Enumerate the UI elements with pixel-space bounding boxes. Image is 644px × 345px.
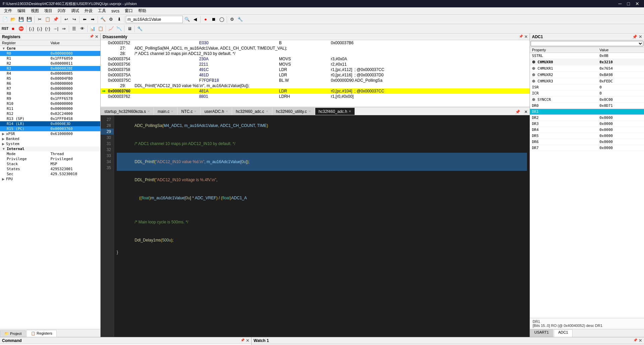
menu-peripherals[interactable]: 外设 <box>82 7 95 14</box>
tab-useradc[interactable]: userADC.h ✕ <box>201 108 232 115</box>
logic-analyze[interactable]: 📉 <box>115 25 123 32</box>
search-input[interactable] <box>127 17 181 22</box>
tab-project[interactable]: 📁 Project <box>0 330 26 337</box>
debug-stop[interactable]: ⛔ <box>17 25 25 32</box>
tab-ntc[interactable]: NTC.c ✕ <box>177 108 200 115</box>
stop-button[interactable]: ⏹ <box>210 16 217 23</box>
menu-tools[interactable]: 工具 <box>95 7 109 14</box>
next-statement[interactable]: ⇒ <box>60 25 67 32</box>
expand-icon[interactable]: ⊕ <box>532 66 535 71</box>
expand-icon[interactable]: ▼ <box>2 147 5 151</box>
redo-button[interactable]: ↪ <box>70 16 78 23</box>
paste-button[interactable]: 📌 <box>52 16 59 23</box>
tab-close-icon[interactable]: ✕ <box>266 110 268 113</box>
mem-view[interactable]: 📊 <box>89 25 96 32</box>
reg-view[interactable]: 📋 <box>97 25 104 32</box>
menu-flash[interactable]: 闪存 <box>55 7 68 14</box>
close-button[interactable]: ✕ <box>633 1 641 6</box>
run-button[interactable]: ● <box>202 16 209 23</box>
adc1-dropdown[interactable] <box>531 41 643 46</box>
new-file-button[interactable]: 📄 <box>1 16 9 23</box>
expand-icon[interactable]: ▶ <box>2 142 5 146</box>
tab-utility[interactable]: hc32f460_utility.c ✕ <box>272 108 315 115</box>
save-all-button[interactable]: 💾 <box>25 16 33 23</box>
pin-icon[interactable]: 📌 <box>519 34 523 39</box>
maximize-button[interactable]: □ <box>625 1 632 6</box>
menu-window[interactable]: 窗口 <box>122 7 136 14</box>
tab-close-icon[interactable]: ✕ <box>171 110 173 113</box>
close-icon[interactable]: ✕ <box>524 34 528 39</box>
system-view[interactable]: 🖥 <box>126 25 133 32</box>
minimize-button[interactable]: ─ <box>616 1 624 6</box>
perf-analyze[interactable]: 📈 <box>107 25 115 32</box>
nav-back-button[interactable]: ⬅ <box>81 16 88 23</box>
config-button[interactable]: 🔧 <box>236 16 244 23</box>
expand-icon[interactable]: ▼ <box>2 47 5 50</box>
table-row: 28: /* ADC1 channel 10 maps pin ADC12_IN… <box>101 51 530 56</box>
nav-fwd-button[interactable]: ➡ <box>89 16 96 23</box>
download-button[interactable]: ⬇ <box>115 16 123 23</box>
settings-button[interactable]: ⚙ <box>228 16 236 23</box>
step-button[interactable]: ◯ <box>218 16 225 23</box>
close-icon[interactable]: ✕ <box>639 34 642 39</box>
menu-edit[interactable]: 编辑 <box>15 7 28 14</box>
save-button[interactable]: 💾 <box>17 16 25 23</box>
search-button[interactable]: 🔍 <box>183 16 191 23</box>
pin-icon[interactable]: 📌 <box>240 338 245 343</box>
menu-project[interactable]: 项目 <box>42 7 55 14</box>
menu-help[interactable]: 帮助 <box>136 7 149 14</box>
table-row: SSTRL0x0B <box>530 53 644 59</box>
tab-close-icon[interactable]: ✕ <box>194 110 197 113</box>
tab-close-icon[interactable]: ✕ <box>348 110 351 113</box>
menu-view[interactable]: 视图 <box>28 7 42 14</box>
pin-icon[interactable]: 📌 <box>633 338 637 343</box>
step-over[interactable]: {↓} <box>36 25 43 32</box>
close-icon[interactable]: ✕ <box>246 338 249 343</box>
dis-view[interactable]: ☰ <box>70 25 78 32</box>
expand-icon[interactable]: ⊕ <box>532 60 535 64</box>
toolbox-button[interactable]: 🔧 <box>136 25 144 32</box>
expand-icon[interactable]: ▶ <box>2 132 5 136</box>
watch-view[interactable]: 👁 <box>78 25 86 32</box>
debug-run[interactable]: ■ <box>9 25 17 32</box>
expand-icon[interactable]: ▶ <box>2 137 5 141</box>
expand-icon[interactable]: ▶ <box>2 177 5 181</box>
pin-icon[interactable]: 📌 <box>90 34 94 39</box>
tab-adc-h[interactable]: hc32f460_adc.h ✕ <box>315 108 355 115</box>
tab-registers[interactable]: 📋 Registers <box>26 330 57 337</box>
run-to-cursor[interactable]: →| <box>52 25 59 32</box>
pin-icon[interactable]: 📌 <box>632 34 637 39</box>
reset-button[interactable]: RST <box>1 25 9 32</box>
tab-close-icon[interactable]: ✕ <box>147 110 150 113</box>
cut-button[interactable]: ✂ <box>36 16 43 23</box>
expand-icon[interactable]: ⊕ <box>532 72 535 77</box>
copy-button[interactable]: 📋 <box>44 16 51 23</box>
close-icon[interactable]: ✕ <box>639 338 642 343</box>
table-row: DR40x0000 <box>530 127 644 133</box>
sep-7 <box>227 16 227 23</box>
expand-icon[interactable]: ⊕ <box>532 97 535 102</box>
pin-icon[interactable]: 📌 <box>513 109 522 115</box>
menu-svcs[interactable]: svcs <box>109 8 122 14</box>
tab-close-icon[interactable]: ✕ <box>308 110 311 113</box>
tab-usart1[interactable]: USART1 <box>530 329 553 337</box>
close-panel-icon[interactable]: ✕ <box>522 109 530 115</box>
build-button[interactable]: 🔨 <box>99 16 107 23</box>
rebuild-button[interactable]: ⚙ <box>107 16 115 23</box>
tab-startup[interactable]: startup_hc32f460kcta.s ✕ <box>101 108 154 115</box>
close-icon[interactable]: ✕ <box>95 34 98 39</box>
step-out[interactable]: {↑} <box>44 25 51 32</box>
open-button[interactable]: 📂 <box>9 16 17 23</box>
sep-d6 <box>135 25 135 32</box>
menu-file[interactable]: 文件 <box>1 7 15 14</box>
step-into[interactable]: {↓} <box>28 25 35 32</box>
undo-button[interactable]: ↩ <box>62 16 70 23</box>
menu-debug[interactable]: 调试 <box>68 7 82 14</box>
line-numbers: 27 28 29 30 31 32 33 34 35 <box>101 115 114 337</box>
tab-close-icon[interactable]: ✕ <box>225 110 228 113</box>
search-prev-button[interactable]: ◀ <box>192 16 199 23</box>
tab-adc1[interactable]: ADC1 <box>554 329 572 337</box>
tab-adc-c[interactable]: hc32f460_adc.c ✕ <box>232 108 272 115</box>
expand-icon[interactable]: ⊕ <box>532 79 535 83</box>
tab-main[interactable]: main.c ✕ <box>154 108 177 115</box>
